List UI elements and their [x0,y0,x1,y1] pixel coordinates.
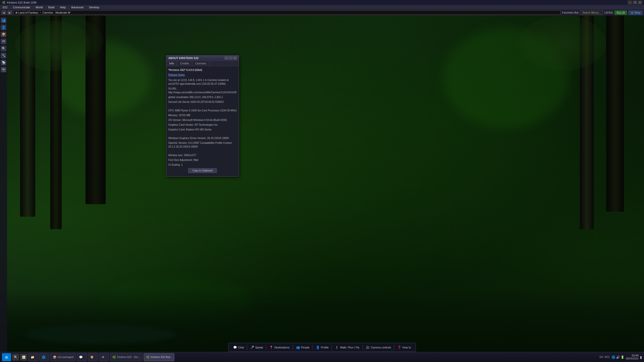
separator-6 [363,345,363,350]
separator-4 [312,345,313,350]
chat-label: Chat [238,346,244,349]
ui-scaling: UI Scaling: 1 [168,163,237,167]
separator-2 [266,345,266,350]
destinations-btn[interactable]: 📍 Destinations [267,344,292,351]
build-icon[interactable]: 🔧 [1,53,6,58]
profile-btn[interactable]: 👤 Profile [314,344,331,351]
copy-clipboard-btn[interactable]: Copy to Clipboard [188,168,217,173]
version-line: *Kirstens S22* 0.3.9.0 (32bit) [168,68,237,72]
address-bar[interactable]: ⊕ Land of Fantasy → Carmine - Moderate M [14,10,561,15]
discord-icon: 💬 [79,355,83,359]
os-info: OS Version: Microsoft Windows 8 64-bit (… [168,118,237,122]
about-minimize-btn[interactable]: – [229,57,232,60]
water-reflection [25,324,176,344]
taskbar-kirstens-build[interactable]: 🌿 Kirstens S22 Buil... [144,353,174,361]
profile-icon: 👤 [316,345,320,349]
snapshot-icon[interactable]: 📷 [1,67,6,72]
close-btn[interactable]: ✕ [638,1,642,4]
address-bar-text: ⊕ Land of Fantasy → Carmine - Moderate M [15,11,70,14]
minimize-btn[interactable]: – [628,1,632,4]
app-icon: 🌿 [2,1,6,4]
taskbar-file-explorer[interactable]: 📁 [28,353,38,361]
opengl-version: OpenGL Version: 4.6.13587 Compatibility … [168,141,237,149]
currency-display: L$ 631 [605,11,613,14]
kirstens-build-icon: 🌿 [146,355,150,359]
sl-server: Second Life Server 2020-03-20T18:40:52.5… [168,100,237,104]
about-tabs: Info Credits Licenses [166,61,239,66]
menu-develop[interactable]: Develop [88,6,100,9]
menu-communicate[interactable]: Communicate [12,6,31,9]
clock-display[interactable]: 23:44 06/04/2020 [626,354,638,360]
taskbar-brave[interactable]: 🦁 [88,353,98,361]
memory-info: Memory: 32702 MB [168,113,237,117]
howto-btn[interactable]: ❓ How to [395,344,413,351]
release-notes-link[interactable]: Release Notes [168,73,237,77]
menu-build[interactable]: Build [47,6,55,9]
shop-btn[interactable]: 🛒 Shop [628,11,642,15]
search-icon[interactable]: 🔍 [1,46,6,51]
about-close-btn[interactable]: ✕ [233,57,237,60]
sl-viewer-icon: 👁 [101,355,105,359]
file-explorer-icon: 📁 [30,355,34,359]
camera-label: Camera controls [371,346,391,349]
search-menus-input[interactable]: Search Menus... [580,11,603,15]
howto-label: How to [403,346,411,349]
favorites-bar-label: Favorites Bar [562,11,579,14]
about-content: *Kirstens S22* 0.3.9.0 (32bit) Release N… [166,66,239,176]
window-title: Kirstens S22 Build 1286 [7,1,36,4]
system-tray-icons: 🌐 🔊 🔋 [612,355,624,359]
inventory-icon[interactable]: 📦 [1,32,6,37]
left-sidebar: 👥 👤 📦 🗺 🔍 🔧 📡 📷 [0,16,7,352]
tab-licenses[interactable]: Licenses [192,61,209,66]
taskbar-kirstens-main[interactable]: 🌿 Kirstens-S22 - Sec... [110,353,143,361]
walk-icon: 🚶 [335,345,339,349]
howto-icon: ❓ [397,345,401,349]
taskbar-sl-viewer[interactable]: 👁 [99,353,109,361]
time-display: 23:44 [626,354,638,357]
destinations-label: Destinations [274,346,290,349]
nav-bar: ◀ ▶ ⊕ Land of Fantasy → Carmine - Modera… [0,10,644,16]
start-btn[interactable]: ⊞ [2,353,11,361]
buy-currency-btn[interactable]: Buy L$ [615,11,627,15]
restore-btn[interactable]: ❐ [633,1,637,4]
people-icon[interactable]: 👥 [1,18,6,23]
tab-info[interactable]: Info [166,61,177,66]
location-info: You are at 113.8, 142.8, 1.601.1 in Carm… [168,78,237,86]
camera-controls-btn[interactable]: 🎥 Camera controls [364,344,393,351]
person-icon[interactable]: 👤 [1,25,6,30]
taskbar-browser[interactable]: 🌐 [39,353,49,361]
window-size: Window size: 2560x1377 [168,153,237,157]
s22-packaged-icon: 📦 [53,355,57,359]
menu-s22[interactable]: S22 [2,6,9,9]
camera-icon: 🎥 [366,345,370,349]
menu-bar: S22 Communicate World Build Help Advance… [0,5,644,10]
tab-credits[interactable]: Credits [177,61,192,66]
taskbar-discord[interactable]: 💬 [77,353,87,361]
menu-help[interactable]: Help [59,6,67,9]
taskbar-task-view-btn[interactable]: 🪟 [20,354,27,361]
speak-label: Speak [255,346,263,349]
about-title-bar: ABOUT KIRSTENS S22 ? – ✕ [166,56,239,61]
nav-back-btn[interactable]: ◀ [2,11,6,15]
walk-run-fly-btn[interactable]: 🚶 Walk / Run / Fly [333,344,361,351]
title-bar: 🌿 Kirstens S22 Build 1286 – ❐ ✕ [0,0,644,5]
chat-btn[interactable]: 💬 Chat [231,344,246,351]
map-icon[interactable]: 🗺 [1,39,6,44]
people-btn-icon: 👥 [296,345,300,349]
about-title-controls: ? – ✕ [225,57,237,60]
taskbar-s22-packaged[interactable]: 📦 s22-packaged [50,353,76,361]
about-help-btn[interactable]: ? [225,57,228,60]
show-desktop-btn[interactable]: ▮ [640,355,642,359]
chat-icon: 💬 [233,345,237,349]
walk-run-fly-label: Walk / Run / Fly [340,346,359,349]
people-btn[interactable]: 👥 People [294,344,311,351]
font-size: Font Size Adjustment: 96pt [168,158,237,162]
people-label: People [301,346,309,349]
radar-icon[interactable]: 📡 [1,60,6,65]
taskbar-search-btn[interactable]: 🔍 [12,354,19,361]
menu-advanced[interactable]: Advanced [70,6,85,9]
title-bar-left: 🌿 Kirstens S22 Build 1286 [2,1,36,4]
speak-btn[interactable]: 🎤 Speak [248,344,265,351]
menu-world[interactable]: World [34,6,44,9]
nav-forward-btn[interactable]: ▶ [8,11,12,15]
